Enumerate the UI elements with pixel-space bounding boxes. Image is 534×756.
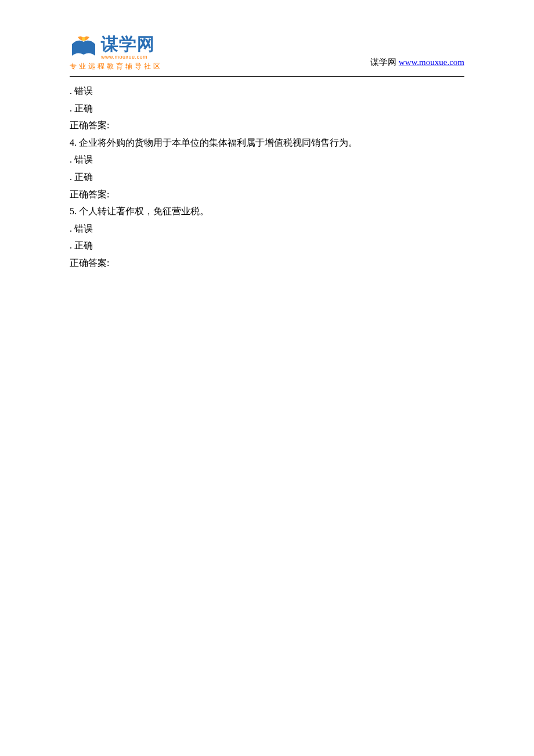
logo-small-url: www.mouxue.com bbox=[101, 54, 155, 60]
answer-line: 正确答案: bbox=[70, 117, 464, 134]
svg-point-0 bbox=[82, 37, 85, 41]
document-content: . 错误 . 正确 正确答案: 4. 企业将外购的货物用于本单位的集体福利属于增… bbox=[70, 82, 464, 272]
answer-line: 正确答案: bbox=[70, 186, 464, 203]
option-line: . 正确 bbox=[70, 100, 464, 117]
logo-top-row: 谋学网 www.mouxue.com bbox=[70, 35, 155, 60]
option-line: . 正确 bbox=[70, 168, 464, 186]
header-right: 谋学网 www.mouxue.com bbox=[370, 57, 464, 71]
logo-icon bbox=[70, 35, 98, 60]
answer-line: 正确答案: bbox=[70, 254, 464, 272]
option-line: . 正确 bbox=[70, 237, 464, 254]
logo-tagline: 专业远程教育辅导社区 bbox=[70, 62, 163, 71]
logo-block: 谋学网 www.mouxue.com 专业远程教育辅导社区 bbox=[70, 35, 163, 71]
document-page: 谋学网 www.mouxue.com 专业远程教育辅导社区 谋学网 www.mo… bbox=[0, 0, 534, 307]
option-line: . 错误 bbox=[70, 82, 464, 100]
logo-text-wrap: 谋学网 www.mouxue.com bbox=[101, 35, 155, 60]
logo-title: 谋学网 bbox=[101, 35, 155, 53]
header-right-link[interactable]: www.mouxue.com bbox=[399, 57, 464, 67]
question-line: 5. 个人转让著作权，免征营业税。 bbox=[70, 203, 464, 220]
question-line: 4. 企业将外购的货物用于本单位的集体福利属于增值税视同销售行为。 bbox=[70, 134, 464, 152]
header-divider bbox=[70, 76, 464, 77]
page-header: 谋学网 www.mouxue.com 专业远程教育辅导社区 谋学网 www.mo… bbox=[70, 35, 464, 71]
option-line: . 错误 bbox=[70, 220, 464, 237]
option-line: . 错误 bbox=[70, 151, 464, 168]
header-right-label: 谋学网 bbox=[370, 57, 399, 67]
